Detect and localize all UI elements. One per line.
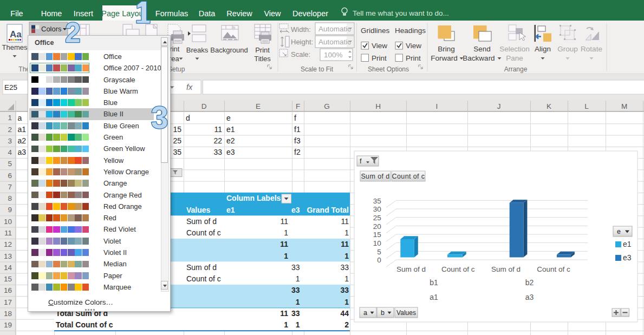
svg-text:3: 3	[151, 100, 168, 135]
svg-text:2: 2	[65, 17, 80, 48]
